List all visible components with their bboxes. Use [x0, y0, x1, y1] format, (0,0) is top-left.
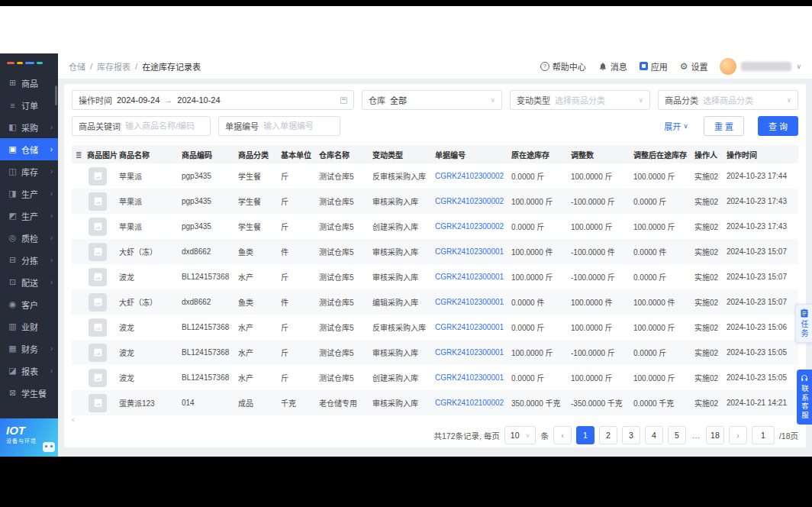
table-cell: -100.0000 斤: [569, 271, 632, 283]
query-button[interactable]: 查 询: [758, 116, 798, 136]
reset-button[interactable]: 重 置: [704, 116, 744, 136]
breadcrumb-separator: /: [135, 62, 137, 71]
product-image-placeholder: [89, 369, 107, 387]
table-cell: 审核采购入库: [371, 397, 433, 409]
contact-service-button[interactable]: 联系客服: [797, 370, 812, 425]
keyword-field[interactable]: 商品关键词: [72, 116, 211, 136]
table-row[interactable]: 大虾（冻）dxd8662鱼类件测试仓库5编辑采购入库CGRK2410230000…: [72, 289, 798, 315]
page-button-2[interactable]: 2: [599, 426, 617, 444]
sidebar-item-商品[interactable]: ⊞商品: [0, 72, 58, 94]
sidebar-item-财务[interactable]: ▦财务›: [0, 337, 58, 360]
category-select[interactable]: 商品分类 选择商品分类 ∨: [658, 90, 798, 110]
table-cell: 测试仓库5: [317, 372, 371, 383]
page-button-5[interactable]: 5: [668, 426, 686, 444]
warehouse-select[interactable]: 仓库 全部 ∨: [362, 90, 502, 110]
sidebar-item-label: 分拣: [21, 254, 38, 266]
page-jump-input[interactable]: 1: [752, 426, 775, 444]
table-row[interactable]: 苹果派pgp3435学生餐斤测试仓库5创建采购入库CGRK24102300002…: [72, 214, 798, 239]
h-scroll-left-arrow[interactable]: ‹: [72, 415, 798, 425]
change-type-select[interactable]: 变动类型 选择商品分类 ∨: [510, 90, 650, 110]
sidebar-item-学生餐[interactable]: ⊠学生餐: [0, 382, 58, 404]
question-circle-icon: ?: [540, 62, 549, 71]
table-row[interactable]: 波龙BL124157368水产斤测试仓库5审核采购入库CGRK241023000…: [72, 340, 798, 365]
sidebar-item-生产[interactable]: ◩生产›: [0, 205, 58, 227]
date-range-picker[interactable]: 操作时间 2024-09-24 → 2024-10-24: [72, 90, 354, 110]
help-center-button[interactable]: ? 帮助中心: [540, 60, 586, 73]
doc-no-field[interactable]: 单据编号: [218, 116, 340, 136]
doc-no-label: 单据编号: [225, 120, 259, 132]
table-cell: BL124157368: [180, 273, 237, 281]
sidebar-item-生产[interactable]: ◨生产›: [0, 182, 58, 205]
sidebar-item-配送[interactable]: ⊡配送›: [0, 271, 58, 293]
doc-no-link[interactable]: CGRK24102300001: [433, 348, 510, 357]
iot-logo[interactable]: IOT 设备与环境: [0, 418, 58, 457]
sidebar-item-业财[interactable]: ▥业财: [0, 315, 58, 337]
page-size-select[interactable]: 10 ∨: [504, 426, 536, 444]
table-cell: 100.0000 斤: [632, 221, 693, 232]
keyword-input[interactable]: [125, 121, 204, 131]
breadcrumb-item[interactable]: 仓储: [69, 60, 85, 73]
sidebar-item-分拣[interactable]: ⊟分拣›: [0, 249, 58, 271]
table-row[interactable]: 波龙BL124157368水产斤测试仓库5反审核采购入库CGRK24102300…: [72, 315, 798, 340]
report-icon: ◪: [8, 366, 18, 376]
pagination-ellipsis[interactable]: …: [691, 431, 701, 440]
chevron-right-icon: ›: [50, 234, 54, 242]
task-floating-button[interactable]: 任务: [795, 304, 812, 343]
help-center-label: 帮助中心: [553, 60, 586, 73]
page-button-4[interactable]: 4: [645, 426, 663, 444]
column-settings-icon[interactable]: ≣: [73, 150, 82, 159]
table-row[interactable]: 波龙BL124157368水产斤测试仓库5创建采购入库CGRK241023000…: [72, 365, 798, 390]
user-menu[interactable]: ∨: [720, 58, 801, 75]
doc-no-link[interactable]: CGRK24102300001: [433, 273, 510, 281]
doc-no-link[interactable]: CGRK24102300002: [433, 222, 510, 231]
doc-no-link[interactable]: CGRK24102100002: [433, 399, 510, 407]
table-cell: 审核采购入库: [371, 347, 433, 358]
sidebar-item-客户[interactable]: ◉客户: [0, 293, 58, 315]
sidebar-item-仓储[interactable]: ▣仓储›: [0, 138, 58, 160]
sidebar-scrollbar[interactable]: [55, 86, 57, 105]
page-button-18[interactable]: 18: [706, 426, 724, 444]
doc-no-link[interactable]: CGRK24102300001: [433, 298, 510, 306]
doc-no-link[interactable]: CGRK24102300001: [433, 373, 510, 382]
product-image-placeholder: [89, 167, 107, 186]
table-row[interactable]: 苹果派pgp3435学生餐斤测试仓库5反审核采购入库CGRK2410230000…: [72, 163, 798, 189]
apps-button[interactable]: 应用: [640, 60, 668, 73]
expand-toggle[interactable]: 展开 ∨: [664, 120, 688, 132]
doc-no-link[interactable]: CGRK24102300001: [433, 323, 510, 331]
sidebar-item-订单[interactable]: ≡订单: [0, 94, 58, 116]
table-cell: 100.0000 件: [632, 296, 693, 308]
messages-button[interactable]: 消息: [598, 60, 627, 73]
table-cell: 2024-10-23 15:06: [725, 323, 801, 331]
doc-no-link[interactable]: CGRK24102300002: [433, 197, 510, 205]
settings-button[interactable]: ⚙ 设置: [680, 60, 708, 73]
table-row[interactable]: 波龙BL124157368水产斤测试仓库5审核采购入库CGRK241023000…: [72, 264, 798, 289]
logo-dash: [37, 62, 43, 64]
table-cell: 测试仓库5: [317, 347, 371, 358]
breadcrumb-item[interactable]: 库存报表: [97, 60, 130, 73]
sidebar: ⊞商品≡订单◧采购›▣仓储›◫库存›◨生产›◩生产›◎质检›⊟分拣›⊡配送›◉客…: [0, 53, 58, 457]
table-cell: 创建采购入库: [371, 372, 433, 383]
table-cell: 测试仓库5: [317, 271, 371, 283]
sidebar-item-库存[interactable]: ◫库存›: [0, 160, 58, 182]
prev-page-button[interactable]: ‹: [553, 426, 572, 444]
table-cell: 100.0000 斤: [632, 170, 693, 182]
doc-no-link[interactable]: CGRK24102300001: [433, 247, 510, 256]
next-page-button[interactable]: ›: [729, 426, 747, 444]
sidebar-item-报表[interactable]: ◪报表›: [0, 360, 58, 382]
page-button-3[interactable]: 3: [622, 426, 640, 444]
table-cell: 斤: [279, 221, 317, 232]
product-image-placeholder: [89, 318, 107, 337]
table-cell: 0.0000 斤: [510, 372, 569, 383]
sidebar-item-采购[interactable]: ◧采购›: [0, 116, 58, 138]
table-row[interactable]: 苹果派pgp3435学生餐斤测试仓库5审核采购入库CGRK24102300002…: [72, 189, 798, 214]
page-button-1[interactable]: 1: [576, 426, 594, 444]
table-row[interactable]: 大虾（冻）dxd8662鱼类件测试仓库5审核采购入库CGRK2410230000…: [72, 239, 798, 264]
table-cell: 鱼类: [237, 296, 279, 308]
column-header: 变动类型: [371, 149, 433, 160]
table-cell: dxd8662: [180, 298, 237, 306]
table-row[interactable]: 蛋黄派123014成品千克老仓储专用审核采购入库CGRK241021000023…: [72, 390, 798, 415]
chevron-down-icon: ∨: [786, 96, 791, 104]
sidebar-item-质检[interactable]: ◎质检›: [0, 227, 58, 249]
doc-no-input[interactable]: [263, 121, 334, 131]
doc-no-link[interactable]: CGRK24102300002: [433, 172, 510, 180]
